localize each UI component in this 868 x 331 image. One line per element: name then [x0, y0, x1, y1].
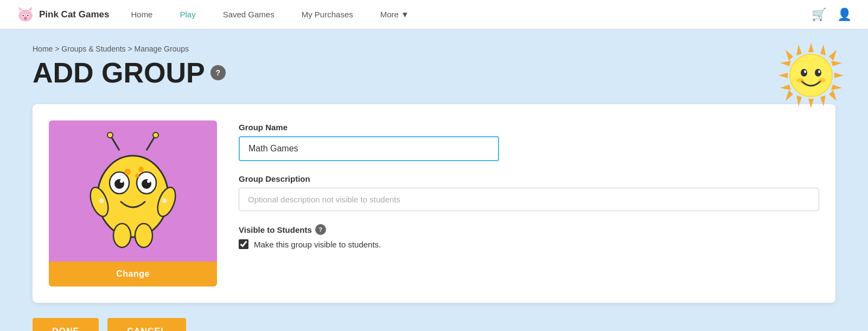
- svg-point-35: [153, 132, 158, 138]
- svg-marker-18: [780, 61, 791, 66]
- title-help-icon[interactable]: ?: [210, 65, 226, 80]
- svg-point-49: [162, 198, 167, 203]
- group-name-label: Group Name: [239, 123, 819, 132]
- sun-decoration: [776, 40, 846, 111]
- svg-point-51: [135, 224, 152, 247]
- svg-marker-19: [780, 85, 791, 90]
- svg-point-28: [804, 71, 806, 73]
- svg-marker-17: [820, 44, 826, 55]
- visible-checkbox[interactable]: [239, 239, 248, 249]
- svg-point-50: [113, 224, 131, 247]
- breadcrumb-sep2: >: [128, 44, 135, 53]
- svg-point-27: [815, 69, 821, 77]
- svg-point-7: [24, 17, 27, 18]
- image-section: Change: [49, 120, 217, 287]
- svg-marker-10: [778, 73, 788, 78]
- visible-checkbox-row: Make this group visible to students.: [239, 239, 819, 249]
- nav-my-purchases[interactable]: My Purchases: [302, 10, 353, 19]
- navbar: Pink Cat Games Home Play Saved Games My …: [0, 0, 868, 29]
- svg-point-0: [18, 9, 33, 21]
- svg-marker-20: [831, 61, 842, 66]
- cat-logo-icon: [16, 5, 35, 24]
- svg-marker-22: [796, 96, 802, 106]
- mascot-container: [49, 120, 217, 262]
- group-name-input[interactable]: [239, 136, 499, 161]
- svg-point-6: [27, 15, 29, 16]
- svg-point-45: [135, 174, 139, 178]
- group-name-field: Group Name: [239, 123, 819, 161]
- nav-icons: 🛒 👤: [812, 8, 852, 22]
- svg-marker-14: [786, 90, 793, 101]
- svg-point-44: [138, 167, 144, 172]
- breadcrumb-sep1: >: [55, 44, 61, 53]
- brand[interactable]: Pink Cat Games: [16, 5, 109, 24]
- nav-home[interactable]: Home: [131, 10, 152, 19]
- svg-point-29: [818, 71, 820, 73]
- svg-marker-1: [18, 7, 23, 11]
- page-title-row: ADD GROUP ?: [33, 56, 835, 89]
- footer-buttons: DONE CANCEL: [33, 318, 835, 331]
- visible-to-students-field: Visible to Students ? Make this group vi…: [239, 224, 819, 249]
- group-description-input[interactable]: [239, 188, 819, 211]
- svg-point-26: [801, 69, 807, 77]
- svg-marker-16: [796, 44, 802, 55]
- svg-point-25: [790, 55, 832, 96]
- group-description-label: Group Description: [239, 174, 819, 183]
- nav-more-label: More: [380, 10, 399, 19]
- svg-point-5: [22, 15, 24, 16]
- main-content: Home > Groups & Students > Manage Groups…: [0, 29, 868, 331]
- chevron-down-icon: ▼: [401, 10, 409, 19]
- brand-name: Pink Cat Games: [39, 9, 109, 20]
- mascot-icon: [79, 131, 187, 251]
- svg-marker-11: [834, 73, 844, 78]
- nav-saved-games[interactable]: Saved Games: [223, 10, 275, 19]
- svg-marker-15: [829, 90, 837, 101]
- svg-point-43: [124, 169, 131, 175]
- svg-marker-12: [786, 50, 793, 61]
- nav-play[interactable]: Play: [180, 10, 195, 19]
- svg-point-31: [818, 78, 826, 82]
- svg-marker-9: [808, 99, 814, 108]
- svg-point-36: [98, 156, 168, 237]
- svg-marker-23: [820, 96, 826, 106]
- visible-label: Visible to Students: [239, 225, 312, 234]
- nav-more[interactable]: More ▼: [380, 10, 409, 19]
- svg-marker-8: [808, 43, 814, 52]
- visible-label-row: Visible to Students ?: [239, 224, 819, 235]
- svg-point-33: [107, 132, 113, 138]
- svg-marker-21: [831, 85, 842, 90]
- svg-line-32: [111, 137, 119, 150]
- nav-links: Home Play Saved Games My Purchases More …: [131, 10, 812, 19]
- page-title: ADD GROUP: [33, 56, 205, 89]
- breadcrumb-home[interactable]: Home: [33, 44, 53, 53]
- svg-marker-2: [28, 7, 33, 11]
- svg-point-30: [796, 78, 804, 82]
- change-image-button[interactable]: Change: [49, 262, 217, 287]
- group-description-field: Group Description: [239, 174, 819, 211]
- done-button[interactable]: DONE: [33, 318, 99, 331]
- cancel-button[interactable]: CANCEL: [107, 318, 186, 331]
- svg-point-41: [120, 180, 123, 183]
- breadcrumb: Home > Groups & Students > Manage Groups: [33, 44, 835, 53]
- breadcrumb-groups[interactable]: Groups & Students: [61, 44, 125, 53]
- user-icon[interactable]: 👤: [837, 8, 852, 22]
- svg-marker-13: [829, 50, 837, 61]
- add-group-card: Change Group Name Group Description Visi…: [33, 104, 835, 303]
- cart-icon[interactable]: 🛒: [812, 8, 826, 22]
- svg-point-42: [147, 180, 150, 183]
- visible-help-icon[interactable]: ?: [315, 224, 326, 235]
- svg-point-48: [99, 198, 104, 203]
- visible-checkbox-label: Make this group visible to students.: [254, 240, 381, 249]
- breadcrumb-manage[interactable]: Manage Groups: [135, 44, 189, 53]
- form-section: Group Name Group Description Visible to …: [239, 120, 819, 249]
- svg-line-34: [146, 137, 155, 150]
